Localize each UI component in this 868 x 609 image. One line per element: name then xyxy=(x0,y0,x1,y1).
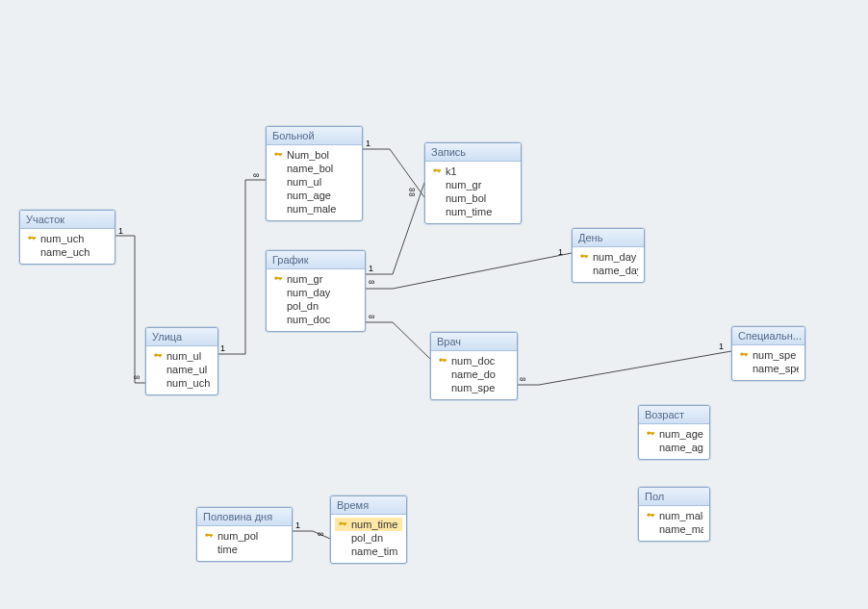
table-body: num_age name_age xyxy=(639,424,709,459)
table-vremya[interactable]: Время num_time pol_dn name_tim xyxy=(330,495,407,564)
table-title[interactable]: Половина дня xyxy=(197,508,292,526)
field-name: name_spe xyxy=(753,363,799,374)
table-title[interactable]: Запись xyxy=(425,143,521,162)
table-title[interactable]: Специальн... xyxy=(732,327,804,345)
field-row[interactable]: num_day xyxy=(576,250,640,264)
field-row[interactable]: num_male xyxy=(270,202,358,216)
svg-text:∞: ∞ xyxy=(369,312,374,321)
field-row[interactable]: num_gr xyxy=(270,272,361,286)
table-title[interactable]: День xyxy=(573,229,644,247)
field-row[interactable]: num_ul xyxy=(150,349,214,363)
field-row[interactable]: name_ul xyxy=(150,363,214,376)
field-row[interactable]: num_uch xyxy=(24,232,111,245)
field-name: num_spe xyxy=(753,349,799,361)
field-row[interactable]: name_bol xyxy=(270,162,358,175)
svg-text:1: 1 xyxy=(366,139,370,148)
relationship-lines: 1 ∞ 1 ∞ 1 ∞ 1 ∞ 1 ∞ ∞ ∞ 1 1 ∞ xyxy=(0,0,868,609)
field-name: num_uch xyxy=(166,377,212,389)
svg-text:1: 1 xyxy=(369,264,373,273)
field-name: num_spe xyxy=(451,382,511,393)
field-row[interactable]: Num_bol xyxy=(270,148,358,162)
field-name: num_time xyxy=(351,519,400,530)
svg-text:∞: ∞ xyxy=(253,170,259,180)
field-name: num_doc xyxy=(287,314,359,325)
table-grafik[interactable]: График num_gr num_day pol_dn num_doc xyxy=(266,250,366,332)
field-row[interactable]: num_bol xyxy=(429,191,517,205)
table-body: num_time pol_dn name_tim xyxy=(331,515,406,563)
field-name: num_ul xyxy=(166,350,212,362)
field-row-selected[interactable]: num_time xyxy=(335,518,402,531)
key-icon xyxy=(646,511,655,520)
table-vrach[interactable]: Врач num_doc name_do num_spe xyxy=(430,332,518,400)
table-ulica[interactable]: Улица num_ul name_ul num_uch xyxy=(145,327,218,395)
field-name: name_day xyxy=(593,265,638,276)
field-row[interactable]: num_pol xyxy=(201,529,288,543)
field-row[interactable]: name_spe xyxy=(736,362,801,375)
table-body: num_ul name_ul num_uch xyxy=(146,346,217,394)
field-name: k1 xyxy=(446,165,515,177)
svg-text:∞: ∞ xyxy=(369,277,374,287)
field-row[interactable]: num_spe xyxy=(435,381,513,394)
table-zapis[interactable]: Запись k1 num_gr num_bol num_time xyxy=(424,142,522,224)
svg-text:∞: ∞ xyxy=(409,190,415,199)
key-icon xyxy=(204,531,214,541)
key-icon xyxy=(432,166,442,176)
key-icon xyxy=(646,429,655,439)
table-title[interactable]: Улица xyxy=(146,328,217,346)
field-name: name_age xyxy=(659,442,703,453)
field-row[interactable]: name_uch xyxy=(24,245,111,259)
table-title[interactable]: Время xyxy=(331,496,406,515)
field-name: name_bol xyxy=(287,163,356,174)
table-title[interactable]: Врач xyxy=(431,333,517,351)
field-row[interactable]: num_day xyxy=(270,286,361,299)
field-name: num_gr xyxy=(446,179,515,190)
field-name: pol_dn xyxy=(351,532,400,544)
field-name: Num_bol xyxy=(287,149,356,161)
table-polovina[interactable]: Половина дня num_pol time xyxy=(196,507,293,562)
field-name: num_day xyxy=(287,287,359,298)
svg-text:1: 1 xyxy=(295,520,300,530)
svg-text:∞: ∞ xyxy=(318,529,323,539)
field-name: num_age xyxy=(287,190,356,201)
svg-text:1: 1 xyxy=(220,343,225,353)
field-row[interactable]: num_age xyxy=(270,189,358,202)
field-row[interactable]: name_tim xyxy=(335,545,402,558)
table-den[interactable]: День num_day name_day xyxy=(572,228,645,283)
field-row[interactable]: name_age xyxy=(643,441,705,454)
field-row[interactable]: num_male xyxy=(643,509,705,522)
table-spec[interactable]: Специальн... num_spe name_spe xyxy=(731,326,805,381)
field-row[interactable]: num_spe xyxy=(736,348,801,362)
table-body: num_day name_day xyxy=(573,247,644,282)
field-row[interactable]: num_ul xyxy=(270,175,358,189)
field-row[interactable]: num_doc xyxy=(270,313,361,326)
field-row[interactable]: name_day xyxy=(576,264,640,277)
field-row[interactable]: num_gr xyxy=(429,178,517,191)
table-title[interactable]: Пол xyxy=(639,488,709,506)
field-name: num_gr xyxy=(287,273,359,285)
table-pol[interactable]: Пол num_male name_ma xyxy=(638,487,710,542)
table-title[interactable]: Больной xyxy=(267,127,362,145)
field-row[interactable]: name_ma xyxy=(643,522,705,536)
svg-text:1: 1 xyxy=(558,247,563,257)
field-name: num_pol xyxy=(217,530,286,542)
field-row[interactable]: num_uch xyxy=(150,376,214,390)
field-row[interactable]: time xyxy=(201,543,288,556)
field-row[interactable]: k1 xyxy=(429,165,517,178)
svg-text:1: 1 xyxy=(118,226,123,236)
key-icon xyxy=(27,234,37,243)
table-bolnoy[interactable]: Больной Num_bol name_bol num_ul num_age … xyxy=(266,126,363,221)
table-uchastok[interactable]: Участок num_uch name_uch xyxy=(19,210,115,265)
diagram-canvas[interactable]: 1 ∞ 1 ∞ 1 ∞ 1 ∞ 1 ∞ ∞ ∞ 1 1 ∞ { "tables"… xyxy=(0,0,868,609)
table-title[interactable]: Участок xyxy=(20,211,115,229)
svg-text:∞: ∞ xyxy=(520,374,525,384)
field-row[interactable]: name_do xyxy=(435,368,513,381)
table-vozrast[interactable]: Возраст num_age name_age xyxy=(638,405,710,460)
field-row[interactable]: pol_dn xyxy=(270,299,361,313)
table-title[interactable]: Возраст xyxy=(639,406,709,424)
field-row[interactable]: num_age xyxy=(643,427,705,441)
field-row[interactable]: num_doc xyxy=(435,354,513,368)
table-title[interactable]: График xyxy=(267,251,365,269)
field-name: num_age xyxy=(659,428,703,440)
field-row[interactable]: pol_dn xyxy=(335,531,402,545)
field-row[interactable]: num_time xyxy=(429,205,517,218)
